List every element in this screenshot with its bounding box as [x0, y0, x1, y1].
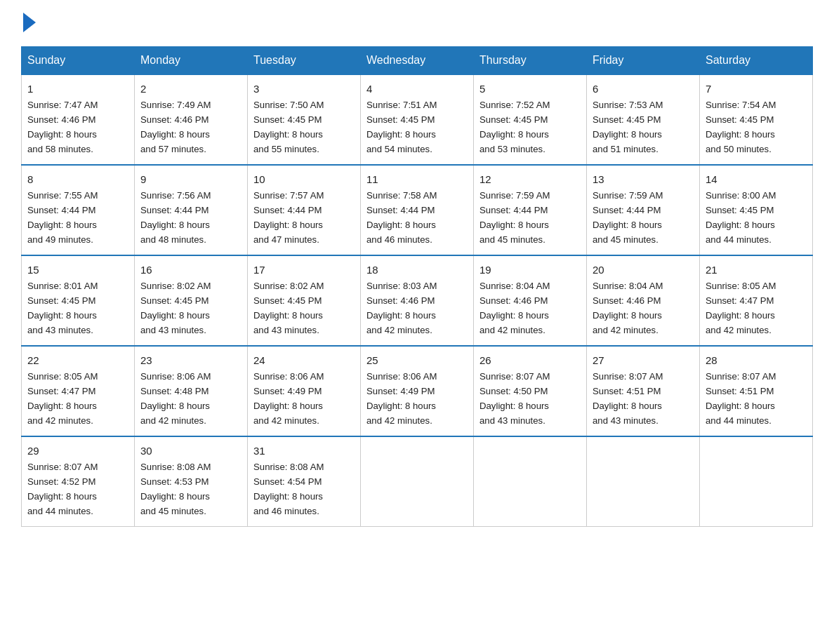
calendar-day-cell: 31Sunrise: 8:08 AMSunset: 4:54 PMDayligh… [248, 436, 361, 526]
page-header [21, 14, 813, 32]
calendar-week-row: 15Sunrise: 8:01 AMSunset: 4:45 PMDayligh… [22, 255, 813, 346]
day-info: Sunrise: 8:07 AMSunset: 4:50 PMDaylight:… [479, 371, 550, 426]
day-info: Sunrise: 7:56 AMSunset: 4:44 PMDaylight:… [140, 190, 211, 245]
day-info: Sunrise: 7:59 AMSunset: 4:44 PMDaylight:… [479, 190, 550, 245]
day-number: 12 [479, 171, 581, 187]
day-info: Sunrise: 7:51 AMSunset: 4:45 PMDaylight:… [366, 100, 437, 154]
calendar-day-cell: 22Sunrise: 8:05 AMSunset: 4:47 PMDayligh… [22, 346, 135, 436]
day-info: Sunrise: 8:07 AMSunset: 4:51 PMDaylight:… [593, 371, 663, 426]
day-info: Sunrise: 8:02 AMSunset: 4:45 PMDaylight:… [140, 281, 211, 335]
day-number: 19 [479, 262, 581, 278]
calendar-day-cell: 11Sunrise: 7:58 AMSunset: 4:44 PMDayligh… [361, 165, 474, 255]
day-info: Sunrise: 7:55 AMSunset: 4:44 PMDaylight:… [27, 190, 98, 245]
day-number: 30 [140, 443, 241, 459]
day-info: Sunrise: 7:49 AMSunset: 4:46 PMDaylight:… [140, 100, 211, 154]
day-info: Sunrise: 7:47 AMSunset: 4:46 PMDaylight:… [27, 100, 98, 154]
calendar-day-cell: 3Sunrise: 7:50 AMSunset: 4:45 PMDaylight… [248, 74, 361, 165]
calendar-day-cell: 4Sunrise: 7:51 AMSunset: 4:45 PMDaylight… [361, 74, 474, 165]
day-number: 6 [593, 81, 694, 97]
calendar-header-wednesday: Wednesday [361, 47, 474, 75]
calendar-week-row: 1Sunrise: 7:47 AMSunset: 4:46 PMDaylight… [22, 74, 813, 165]
calendar-day-cell: 8Sunrise: 7:55 AMSunset: 4:44 PMDaylight… [22, 165, 135, 255]
day-number: 26 [479, 352, 581, 368]
day-info: Sunrise: 8:06 AMSunset: 4:49 PMDaylight:… [366, 371, 437, 426]
day-number: 1 [27, 81, 128, 97]
day-info: Sunrise: 7:52 AMSunset: 4:45 PMDaylight:… [479, 100, 550, 154]
day-number: 24 [253, 352, 355, 368]
day-number: 22 [27, 352, 128, 368]
day-number: 23 [140, 352, 241, 368]
day-info: Sunrise: 8:08 AMSunset: 4:53 PMDaylight:… [140, 462, 211, 516]
calendar-week-row: 8Sunrise: 7:55 AMSunset: 4:44 PMDaylight… [22, 165, 813, 255]
calendar-day-cell [361, 436, 474, 526]
calendar-header-saturday: Saturday [700, 47, 813, 75]
day-number: 20 [593, 262, 694, 278]
calendar-header-friday: Friday [587, 47, 700, 75]
calendar-day-cell [474, 436, 587, 526]
day-number: 3 [253, 81, 355, 97]
day-info: Sunrise: 8:04 AMSunset: 4:46 PMDaylight:… [479, 281, 550, 335]
calendar-day-cell: 13Sunrise: 7:59 AMSunset: 4:44 PMDayligh… [587, 165, 700, 255]
day-info: Sunrise: 8:00 AMSunset: 4:45 PMDaylight:… [706, 190, 776, 245]
calendar-header-sunday: Sunday [22, 47, 135, 75]
logo-arrow-icon [23, 13, 36, 32]
day-info: Sunrise: 7:50 AMSunset: 4:45 PMDaylight:… [253, 100, 324, 154]
day-info: Sunrise: 8:05 AMSunset: 4:47 PMDaylight:… [706, 281, 776, 335]
calendar-day-cell: 23Sunrise: 8:06 AMSunset: 4:48 PMDayligh… [135, 346, 248, 436]
day-info: Sunrise: 7:59 AMSunset: 4:44 PMDaylight:… [593, 190, 663, 245]
calendar-day-cell [700, 436, 813, 526]
day-info: Sunrise: 8:03 AMSunset: 4:46 PMDaylight:… [366, 281, 437, 335]
day-info: Sunrise: 8:04 AMSunset: 4:46 PMDaylight:… [593, 281, 663, 335]
calendar-day-cell: 7Sunrise: 7:54 AMSunset: 4:45 PMDaylight… [700, 74, 813, 165]
day-number: 16 [140, 262, 241, 278]
day-info: Sunrise: 7:54 AMSunset: 4:45 PMDaylight:… [706, 100, 776, 154]
calendar-week-row: 22Sunrise: 8:05 AMSunset: 4:47 PMDayligh… [22, 346, 813, 436]
calendar-day-cell: 30Sunrise: 8:08 AMSunset: 4:53 PMDayligh… [135, 436, 248, 526]
calendar-day-cell: 6Sunrise: 7:53 AMSunset: 4:45 PMDaylight… [587, 74, 700, 165]
calendar-day-cell: 21Sunrise: 8:05 AMSunset: 4:47 PMDayligh… [700, 255, 813, 346]
calendar-header-thursday: Thursday [474, 47, 587, 75]
calendar-day-cell: 14Sunrise: 8:00 AMSunset: 4:45 PMDayligh… [700, 165, 813, 255]
calendar-header-row: SundayMondayTuesdayWednesdayThursdayFrid… [22, 47, 813, 75]
day-number: 31 [253, 443, 355, 459]
day-number: 15 [27, 262, 128, 278]
day-number: 9 [140, 171, 241, 187]
day-info: Sunrise: 8:02 AMSunset: 4:45 PMDaylight:… [253, 281, 324, 335]
calendar-day-cell: 5Sunrise: 7:52 AMSunset: 4:45 PMDaylight… [474, 74, 587, 165]
calendar-day-cell: 28Sunrise: 8:07 AMSunset: 4:51 PMDayligh… [700, 346, 813, 436]
calendar-day-cell: 2Sunrise: 7:49 AMSunset: 4:46 PMDaylight… [135, 74, 248, 165]
day-number: 25 [366, 352, 468, 368]
day-number: 4 [366, 81, 468, 97]
day-info: Sunrise: 8:07 AMSunset: 4:51 PMDaylight:… [706, 371, 776, 426]
logo-blue-part [21, 14, 36, 32]
calendar-day-cell: 15Sunrise: 8:01 AMSunset: 4:45 PMDayligh… [22, 255, 135, 346]
day-info: Sunrise: 8:01 AMSunset: 4:45 PMDaylight:… [27, 281, 98, 335]
calendar-day-cell: 25Sunrise: 8:06 AMSunset: 4:49 PMDayligh… [361, 346, 474, 436]
calendar-day-cell [587, 436, 700, 526]
calendar-day-cell: 29Sunrise: 8:07 AMSunset: 4:52 PMDayligh… [22, 436, 135, 526]
day-number: 8 [27, 171, 128, 187]
day-info: Sunrise: 7:57 AMSunset: 4:44 PMDaylight:… [253, 190, 324, 245]
day-info: Sunrise: 8:05 AMSunset: 4:47 PMDaylight:… [27, 371, 98, 426]
calendar-day-cell: 9Sunrise: 7:56 AMSunset: 4:44 PMDaylight… [135, 165, 248, 255]
calendar-day-cell: 19Sunrise: 8:04 AMSunset: 4:46 PMDayligh… [474, 255, 587, 346]
day-number: 28 [706, 352, 807, 368]
day-number: 29 [27, 443, 128, 459]
day-info: Sunrise: 8:06 AMSunset: 4:48 PMDaylight:… [140, 371, 211, 426]
calendar-day-cell: 20Sunrise: 8:04 AMSunset: 4:46 PMDayligh… [587, 255, 700, 346]
day-info: Sunrise: 8:06 AMSunset: 4:49 PMDaylight:… [253, 371, 324, 426]
calendar-header-tuesday: Tuesday [248, 47, 361, 75]
day-number: 27 [593, 352, 694, 368]
day-number: 17 [253, 262, 355, 278]
day-number: 5 [479, 81, 581, 97]
calendar-week-row: 29Sunrise: 8:07 AMSunset: 4:52 PMDayligh… [22, 436, 813, 526]
day-info: Sunrise: 7:53 AMSunset: 4:45 PMDaylight:… [593, 100, 663, 154]
day-number: 13 [593, 171, 694, 187]
calendar-day-cell: 12Sunrise: 7:59 AMSunset: 4:44 PMDayligh… [474, 165, 587, 255]
logo [21, 14, 36, 32]
day-number: 11 [366, 171, 468, 187]
calendar-day-cell: 18Sunrise: 8:03 AMSunset: 4:46 PMDayligh… [361, 255, 474, 346]
calendar-day-cell: 26Sunrise: 8:07 AMSunset: 4:50 PMDayligh… [474, 346, 587, 436]
day-number: 10 [253, 171, 355, 187]
calendar-table: SundayMondayTuesdayWednesdayThursdayFrid… [21, 46, 813, 527]
